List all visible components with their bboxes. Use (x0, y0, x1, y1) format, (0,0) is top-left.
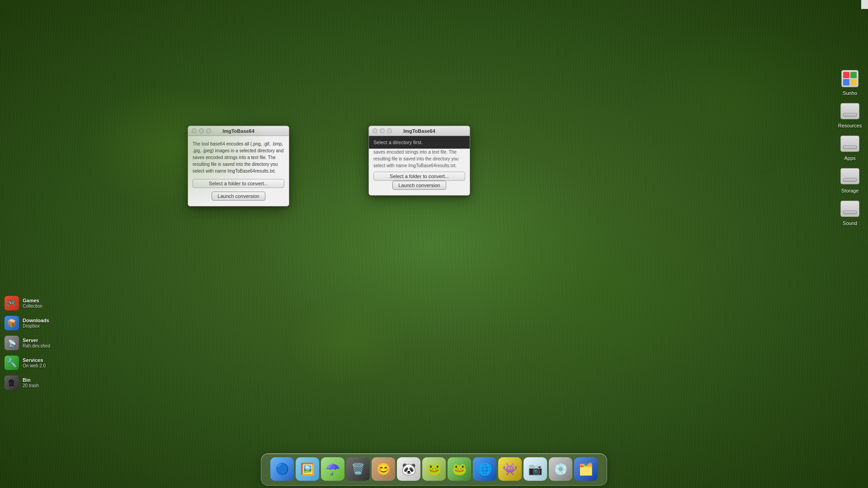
dock-item-frog2[interactable]: 🐸 (448, 457, 471, 481)
left-item-services[interactable]: 🔧 Services On web 2.0 (5, 356, 54, 370)
dock-icon-imgview: 📷 (524, 457, 547, 481)
maximize-button-1[interactable] (206, 128, 211, 133)
services-title: Services (23, 357, 46, 363)
sidebar-right: Sunho Resources Apps Storage (832, 0, 868, 488)
dock-item-bin[interactable]: 🗑️ (346, 457, 370, 481)
dock-icon-frog1: 🐸 (422, 457, 446, 481)
window-controls-2 (373, 128, 392, 133)
window-body-2: Select a folder to convert... Launch con… (369, 172, 470, 195)
server-subtitle: Rah.dev.shed (23, 343, 50, 349)
games-title: Games (23, 297, 42, 304)
dock-item-finder2[interactable]: 🗂️ (574, 457, 598, 481)
dock-icon-finder: 🔵 (270, 457, 294, 481)
dock-item-face[interactable]: 😊 (372, 457, 395, 481)
dock-icon-photos: 🖼️ (296, 457, 319, 481)
dock-item-pacman[interactable]: 👾 (498, 457, 522, 481)
resources-icon (839, 100, 861, 122)
sidebar-label-apps: Apps (844, 155, 855, 161)
left-item-bin[interactable]: 🗑 Bin 20 trash (5, 375, 54, 390)
sidebar-label-resources: Resources (838, 123, 862, 128)
dock-item-umbrella[interactable]: ☂️ (321, 457, 344, 481)
alert-text: Select a directory first. (373, 140, 423, 145)
dock-icon-panda: 🐼 (397, 457, 420, 481)
left-sidebar: 🎮 Games Collection 📦 Downloads Dropbox 📡… (0, 294, 59, 398)
left-item-games[interactable]: 🎮 Games Collection (5, 296, 54, 310)
dock-item-panda[interactable]: 🐼 (397, 457, 420, 481)
description-text-1: The tool base64 encodes all (.png, .gif,… (193, 141, 284, 174)
server-icon: 📡 (5, 336, 19, 350)
minimize-button-2[interactable] (380, 128, 385, 133)
window-imgtobase64-2: ImgToBase64 Select a directory first. sa… (368, 126, 470, 196)
close-button-1[interactable] (192, 128, 197, 133)
launch-conversion-button-1[interactable]: Launch conversion (212, 192, 265, 201)
sidebar-item-storage[interactable]: Storage (834, 165, 866, 193)
left-item-downloads[interactable]: 📦 Downloads Dropbox (5, 316, 54, 330)
folder-select-button-2[interactable]: Select a folder to convert... (373, 172, 465, 181)
apps-icon (839, 133, 861, 155)
window-imgtobase64-1: ImgToBase64 The tool base64 encodes all … (188, 126, 289, 206)
sidebar-label-sunho: Sunho (843, 90, 857, 96)
dock-item-frog1[interactable]: 🐸 (422, 457, 446, 481)
folder-select-area-2: Select a folder to convert... (373, 172, 465, 181)
dock-icon-umbrella: ☂️ (321, 457, 344, 481)
window-title-1: ImgToBase64 (222, 128, 255, 134)
games-icon: 🎮 (5, 296, 19, 310)
sound-icon (839, 198, 861, 220)
dock-icon-frog2: 🐸 (448, 457, 471, 481)
downloads-subtitle: Dropbox (23, 324, 49, 329)
sunho-icon (839, 68, 861, 89)
dock-icon-globe: 🌐 (473, 457, 496, 481)
bin-subtitle: 20 trash (23, 383, 39, 389)
sidebar-item-apps[interactable]: Apps (834, 133, 866, 161)
dock-icon-pacman: 👾 (498, 457, 522, 481)
server-title: Server (23, 337, 50, 343)
sidebar-item-sound[interactable]: Sound (834, 198, 866, 226)
launch-conversion-button-2[interactable]: Launch conversion (392, 181, 446, 190)
downloads-title: Downloads (23, 317, 49, 324)
close-button-2[interactable] (373, 128, 377, 133)
folder-select-button-1[interactable]: Select a folder to convert... (193, 179, 284, 188)
alert-bar: Select a directory first. (369, 136, 470, 149)
sidebar-label-storage: Storage (841, 188, 859, 193)
window-titlebar-1: ImgToBase64 (188, 126, 289, 136)
dock-icon-finder2: 🗂️ (574, 457, 598, 481)
sidebar-item-resources[interactable]: Resources (834, 100, 866, 128)
left-item-server[interactable]: 📡 Server Rah.dev.shed (5, 336, 54, 350)
dock-icon-cdapp: 💿 (549, 457, 572, 481)
bin-title: Bin (23, 377, 39, 383)
services-icon: 🔧 (5, 356, 19, 370)
folder-select-area-1: Select a folder to convert... (193, 179, 284, 188)
minimize-button-1[interactable] (199, 128, 204, 133)
dock: 🔵 🖼️ ☂️ 🗑️ 😊 🐼 (261, 453, 607, 486)
bin-icon: 🗑 (5, 375, 19, 390)
dock-item-globe[interactable]: 🌐 (473, 457, 496, 481)
dock-item-imgview[interactable]: 📷 (524, 457, 547, 481)
downloads-icon: 📦 (5, 316, 19, 330)
dock-icon-bin: 🗑️ (346, 457, 370, 481)
games-subtitle: Collection (23, 304, 42, 309)
window-title-2: ImgToBase64 (403, 128, 435, 134)
storage-icon (839, 165, 861, 187)
dock-item-cdapp[interactable]: 💿 (549, 457, 572, 481)
window-body-1: The tool base64 encodes all (.png, .gif,… (188, 136, 289, 206)
sidebar-item-sunho[interactable]: Sunho (834, 68, 866, 96)
desktop: ImgToBase64 The tool base64 encodes all … (0, 0, 868, 488)
maximize-button-2[interactable] (387, 128, 392, 133)
window-titlebar-2: ImgToBase64 (369, 126, 470, 136)
window-controls-1 (192, 128, 211, 133)
dock-item-finder[interactable]: 🔵 (270, 457, 294, 481)
description-text-2: saves encoded strings into a text file. … (369, 149, 470, 172)
services-subtitle: On web 2.0 (23, 363, 46, 369)
dock-icon-face: 😊 (372, 457, 395, 481)
sidebar-label-sound: Sound (843, 221, 857, 226)
dock-item-photos[interactable]: 🖼️ (296, 457, 319, 481)
